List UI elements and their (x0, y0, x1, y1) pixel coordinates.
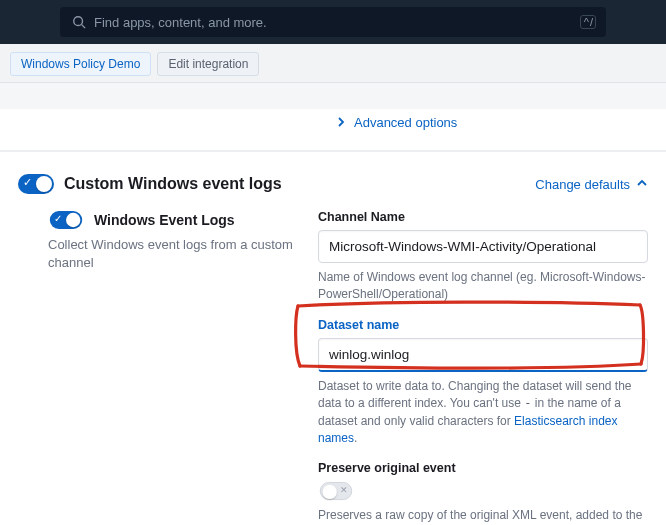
change-defaults-label: Change defaults (535, 177, 630, 192)
dataset-label: Dataset name (318, 318, 648, 332)
toggle-windows-event-logs[interactable] (50, 211, 82, 229)
sub-title: Windows Event Logs (94, 212, 235, 228)
top-bar: Find apps, content, and more. ^ / (0, 0, 666, 44)
left-column: Windows Event Logs Collect Windows event… (18, 210, 294, 525)
toggle-custom-event-logs[interactable] (18, 174, 54, 194)
channel-label: Channel Name (318, 210, 648, 224)
field-preserve-original: Preserve original event Preserves a raw … (318, 461, 648, 525)
dataset-help: Dataset to write data to. Changing the d… (318, 378, 648, 448)
search-shortcut: ^ / (580, 15, 596, 29)
breadcrumb-current: Edit integration (157, 52, 259, 76)
chevron-right-icon (336, 115, 346, 130)
advanced-options-label: Advanced options (354, 115, 457, 130)
search-placeholder: Find apps, content, and more. (94, 15, 267, 30)
breadcrumb: Windows Policy Demo Edit integration (0, 44, 666, 83)
advanced-options-link-upper[interactable]: Advanced options (336, 115, 457, 130)
field-dataset-name: Dataset name Dataset to write data to. C… (318, 318, 648, 448)
change-defaults-link[interactable]: Change defaults (535, 177, 648, 192)
breadcrumb-policy[interactable]: Windows Policy Demo (10, 52, 151, 76)
right-column: Channel Name Name of Windows event log c… (318, 210, 648, 525)
svg-line-1 (82, 25, 86, 29)
sub-desc: Collect Windows event logs from a custom… (48, 236, 294, 272)
channel-input[interactable] (318, 230, 648, 263)
channel-help: Name of Windows event log channel (eg. M… (318, 269, 648, 304)
preserve-label: Preserve original event (318, 461, 648, 475)
toggle-preserve-original[interactable] (320, 482, 352, 500)
field-channel-name: Channel Name Name of Windows event log c… (318, 210, 648, 304)
dataset-input[interactable] (318, 338, 648, 372)
section-title: Custom Windows event logs (64, 175, 282, 193)
chevron-up-icon (636, 177, 648, 192)
preserve-help: Preserves a raw copy of the original XML… (318, 507, 648, 525)
svg-point-0 (74, 17, 83, 26)
search-icon (72, 15, 86, 29)
section-custom-event-logs: Custom Windows event logs Change default… (0, 151, 666, 525)
global-search[interactable]: Find apps, content, and more. ^ / (60, 7, 606, 37)
